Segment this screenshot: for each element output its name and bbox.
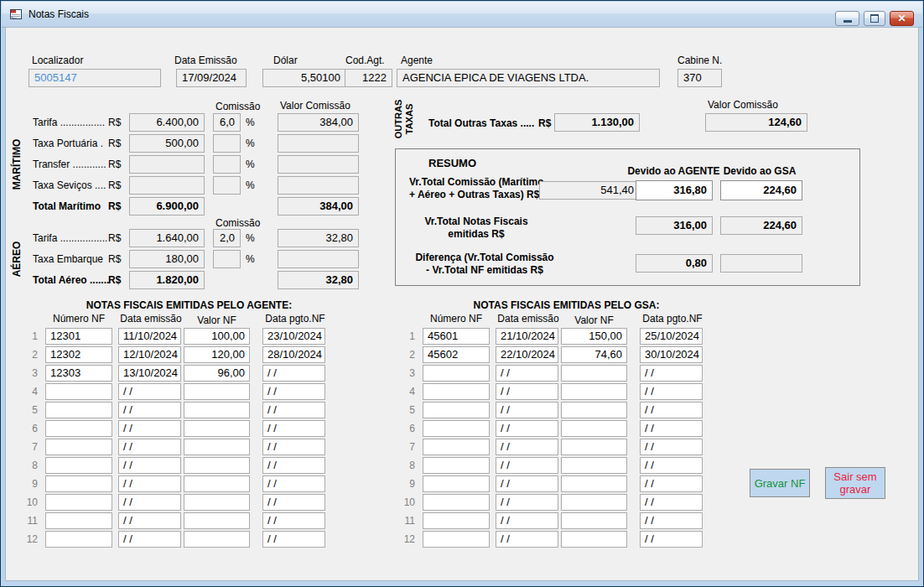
data-emissao-cell[interactable]: 21/10/2024 bbox=[496, 328, 558, 345]
numero-nf-cell[interactable] bbox=[423, 531, 490, 548]
data-pgto-cell[interactable]: / / bbox=[640, 383, 703, 400]
valor-comissao-field[interactable]: 32,80 bbox=[278, 229, 359, 247]
valor-nf-cell[interactable] bbox=[561, 420, 627, 437]
data-emissao-cell[interactable]: / / bbox=[496, 383, 558, 400]
data-pgto-cell[interactable]: / / bbox=[640, 365, 703, 382]
valor-field[interactable]: 6.400,00 bbox=[129, 113, 205, 132]
data-pgto-cell[interactable]: 28/10/2024 bbox=[262, 346, 325, 363]
resumo-comissao-agente-field[interactable]: 316,80 bbox=[636, 180, 713, 200]
numero-nf-cell[interactable] bbox=[45, 383, 112, 400]
data-pgto-cell[interactable]: / / bbox=[640, 531, 703, 548]
resumo-diferenca-agente-field[interactable]: 0,80 bbox=[636, 254, 713, 273]
data-pgto-cell[interactable]: / / bbox=[262, 365, 325, 382]
numero-nf-cell[interactable] bbox=[423, 494, 490, 511]
comissao-field[interactable] bbox=[213, 155, 241, 174]
numero-nf-cell[interactable]: 45602 bbox=[423, 346, 490, 363]
data-emissao-field[interactable]: 17/09/2024 bbox=[176, 69, 247, 87]
valor-field[interactable]: 500,00 bbox=[129, 134, 205, 153]
valor-nf-cell[interactable] bbox=[561, 402, 627, 418]
valor-nf-cell[interactable] bbox=[561, 512, 627, 529]
resumo-nf-agente-field[interactable]: 316,00 bbox=[636, 216, 713, 235]
valor-nf-cell[interactable] bbox=[184, 475, 250, 492]
numero-nf-cell[interactable] bbox=[45, 494, 112, 511]
valor-nf-cell[interactable] bbox=[184, 439, 250, 455]
valor-nf-cell[interactable] bbox=[184, 531, 250, 548]
valor-nf-cell[interactable] bbox=[184, 512, 250, 529]
valor-comissao-field[interactable] bbox=[278, 134, 359, 153]
numero-nf-cell[interactable]: 12303 bbox=[45, 365, 112, 382]
numero-nf-cell[interactable] bbox=[423, 365, 490, 382]
data-emissao-cell[interactable]: / / bbox=[118, 457, 181, 474]
data-emissao-cell[interactable]: / / bbox=[496, 512, 558, 529]
valor-nf-cell[interactable] bbox=[561, 475, 627, 492]
valor-nf-cell[interactable] bbox=[561, 494, 627, 511]
data-emissao-cell[interactable]: 12/10/2024 bbox=[118, 346, 181, 363]
data-emissao-cell[interactable]: / / bbox=[118, 402, 181, 418]
valor-nf-cell[interactable] bbox=[184, 494, 250, 511]
valor-nf-cell[interactable] bbox=[184, 420, 250, 437]
data-emissao-cell[interactable]: / / bbox=[118, 475, 181, 492]
data-pgto-cell[interactable]: / / bbox=[640, 420, 703, 437]
data-pgto-cell[interactable]: / / bbox=[640, 512, 703, 529]
valor-nf-cell[interactable] bbox=[561, 531, 627, 548]
comissao-field[interactable] bbox=[213, 250, 241, 268]
data-emissao-cell[interactable]: 11/10/2024 bbox=[118, 328, 181, 345]
cod-agt-field[interactable]: 1222 bbox=[345, 69, 392, 87]
data-pgto-cell[interactable]: / / bbox=[640, 457, 703, 474]
numero-nf-cell[interactable] bbox=[423, 512, 490, 529]
numero-nf-cell[interactable]: 45601 bbox=[423, 328, 490, 345]
data-emissao-cell[interactable]: / / bbox=[118, 420, 181, 437]
resumo-comissao-gsa-field[interactable]: 224,60 bbox=[720, 180, 802, 200]
valor-nf-cell[interactable] bbox=[561, 383, 627, 400]
numero-nf-cell[interactable] bbox=[423, 402, 490, 418]
valor-nf-cell[interactable] bbox=[184, 383, 250, 400]
data-pgto-cell[interactable]: / / bbox=[640, 439, 703, 455]
resumo-total-comissao-field[interactable]: 541,40 bbox=[539, 181, 640, 200]
data-emissao-cell[interactable]: / / bbox=[496, 365, 558, 382]
data-emissao-cell[interactable]: / / bbox=[118, 494, 181, 511]
data-emissao-cell[interactable]: / / bbox=[496, 439, 558, 455]
resumo-diferenca-gsa-field[interactable] bbox=[720, 254, 802, 273]
valor-nf-cell[interactable] bbox=[561, 439, 627, 455]
data-pgto-cell[interactable]: / / bbox=[262, 420, 325, 437]
data-emissao-cell[interactable]: / / bbox=[118, 531, 181, 548]
cabine-field[interactable]: 370 bbox=[677, 69, 722, 87]
data-pgto-cell[interactable]: / / bbox=[640, 402, 703, 418]
valor-nf-cell[interactable] bbox=[561, 365, 627, 382]
valor-nf-cell[interactable]: 96,00 bbox=[184, 365, 250, 382]
data-pgto-cell[interactable]: / / bbox=[640, 475, 703, 492]
valor-field[interactable] bbox=[129, 155, 205, 174]
numero-nf-cell[interactable] bbox=[423, 475, 490, 492]
data-pgto-cell[interactable]: / / bbox=[262, 494, 325, 511]
valor-field[interactable]: 1.640,00 bbox=[129, 229, 205, 247]
comissao-field[interactable]: 2,0 bbox=[213, 229, 241, 247]
numero-nf-cell[interactable] bbox=[423, 420, 490, 437]
numero-nf-cell[interactable] bbox=[45, 402, 112, 418]
valor-field[interactable]: 180,00 bbox=[129, 250, 205, 268]
data-pgto-cell[interactable]: / / bbox=[262, 457, 325, 474]
comissao-field[interactable] bbox=[213, 134, 241, 153]
data-emissao-cell[interactable]: / / bbox=[118, 512, 181, 529]
data-pgto-cell[interactable]: / / bbox=[262, 439, 325, 455]
outras-valor-comissao-field[interactable]: 124,60 bbox=[705, 113, 807, 132]
valor-nf-cell[interactable]: 100,00 bbox=[184, 328, 250, 345]
valor-nf-cell[interactable] bbox=[184, 402, 250, 418]
outras-taxas-field[interactable]: 1.130,00 bbox=[554, 113, 640, 132]
valor-comissao-field[interactable] bbox=[278, 250, 359, 268]
numero-nf-cell[interactable] bbox=[45, 512, 112, 529]
data-emissao-cell[interactable]: / / bbox=[496, 402, 558, 418]
data-pgto-cell[interactable]: 23/10/2024 bbox=[262, 328, 325, 345]
data-pgto-cell[interactable]: 30/10/2024 bbox=[640, 346, 703, 363]
numero-nf-cell[interactable]: 12301 bbox=[45, 328, 112, 345]
numero-nf-cell[interactable] bbox=[45, 475, 112, 492]
valor-comissao-field[interactable] bbox=[278, 176, 359, 195]
valor-comissao-field[interactable]: 384,00 bbox=[278, 113, 359, 132]
valor-nf-cell[interactable]: 120,00 bbox=[184, 346, 250, 363]
resumo-nf-gsa-field[interactable]: 224,60 bbox=[720, 216, 802, 235]
valor-comissao-field[interactable] bbox=[278, 155, 359, 174]
localizador-field[interactable]: 5005147 bbox=[29, 69, 161, 87]
comissao-field[interactable] bbox=[213, 176, 241, 195]
data-pgto-cell[interactable]: 25/10/2024 bbox=[640, 328, 703, 345]
valor-nf-cell[interactable] bbox=[561, 457, 627, 474]
total-valor-field[interactable]: 6.900,00 bbox=[129, 197, 205, 216]
